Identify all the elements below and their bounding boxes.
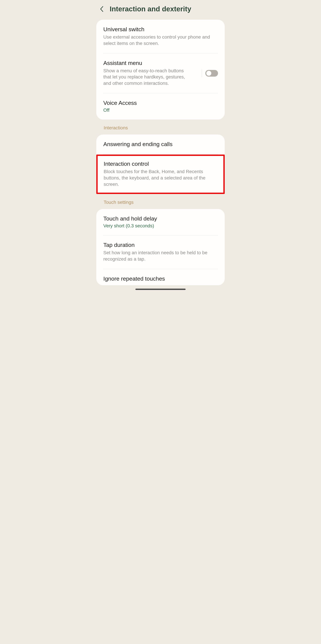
row-title: Tap duration bbox=[103, 242, 218, 248]
settings-group-3: Touch and hold delay Very short (0.3 sec… bbox=[96, 209, 225, 285]
row-title: Universal switch bbox=[103, 26, 218, 32]
row-desc: Block touches for the Back, Home, and Re… bbox=[104, 168, 217, 187]
row-title: Touch and hold delay bbox=[103, 215, 218, 222]
row-touch-hold-delay[interactable]: Touch and hold delay Very short (0.3 sec… bbox=[96, 209, 225, 235]
row-voice-access[interactable]: Voice Access Off bbox=[96, 93, 225, 120]
row-title: Ignore repeated touches bbox=[103, 276, 218, 282]
page-title: Interaction and dexterity bbox=[110, 5, 191, 13]
row-assistant-menu[interactable]: Assistant menu Show a menu of easy-to-re… bbox=[96, 54, 225, 93]
assistant-menu-toggle[interactable] bbox=[205, 70, 218, 76]
settings-group-1: Universal switch Use external accessorie… bbox=[96, 20, 225, 120]
row-title: Interaction control bbox=[104, 160, 217, 167]
header-bar: Interaction and dexterity bbox=[95, 0, 226, 20]
row-universal-switch[interactable]: Universal switch Use external accessorie… bbox=[96, 20, 225, 53]
row-ignore-repeated[interactable]: Ignore repeated touches bbox=[96, 269, 225, 285]
toggle-knob bbox=[206, 71, 211, 76]
row-status: Off bbox=[103, 108, 218, 113]
divider bbox=[103, 154, 218, 154]
home-indicator[interactable] bbox=[135, 288, 186, 290]
row-desc: Show a menu of easy-to-reach buttons tha… bbox=[103, 68, 191, 86]
row-answering-calls[interactable]: Answering and ending calls bbox=[96, 134, 225, 154]
section-touch-settings: Touch settings bbox=[95, 194, 226, 209]
row-title: Assistant menu bbox=[103, 60, 191, 66]
settings-group-2: Answering and ending calls bbox=[96, 134, 225, 154]
row-desc: Set how long an interaction needs to be … bbox=[103, 250, 218, 262]
row-interaction-control[interactable]: Interaction control Block touches for th… bbox=[98, 156, 223, 193]
vertical-divider bbox=[202, 69, 202, 77]
back-icon[interactable] bbox=[99, 6, 105, 12]
row-tap-duration[interactable]: Tap duration Set how long an interaction… bbox=[96, 235, 225, 269]
row-title: Voice Access bbox=[103, 100, 218, 106]
toggle-container bbox=[202, 69, 218, 77]
highlight-box: Interaction control Block touches for th… bbox=[96, 154, 225, 194]
row-title: Answering and ending calls bbox=[103, 141, 218, 148]
section-interactions: Interactions bbox=[95, 120, 226, 134]
row-desc: Use external accessories to control your… bbox=[103, 34, 218, 46]
row-status: Very short (0.3 seconds) bbox=[103, 223, 218, 228]
